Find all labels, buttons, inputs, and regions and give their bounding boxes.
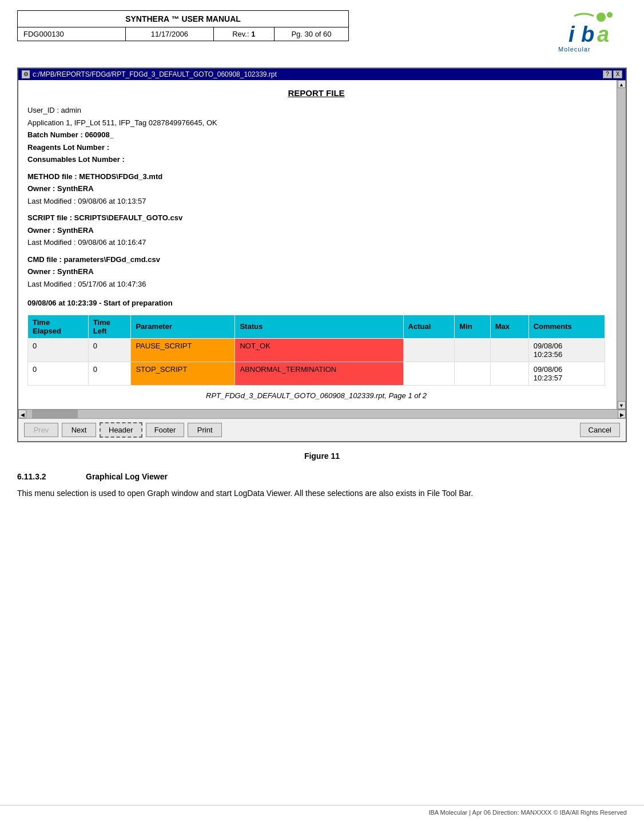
h-scroll-thumb[interactable] (32, 410, 78, 418)
table-row: 0 0 PAUSE_SCRIPT NOT_OK 09/08/0610:23:56 (28, 338, 605, 362)
footer-button[interactable]: Footer (146, 423, 185, 437)
user-section: User_ID : admin Application 1, IFP_Lot 5… (27, 105, 605, 165)
report-title-bar: ⚙ c:/MPB/REPORTS/FDGd/RPT_FDGd_3_DEFAULT… (18, 69, 626, 80)
scroll-up-arrow[interactable]: ▲ (618, 80, 626, 88)
section-title: Graphical Log Viewer (86, 472, 168, 481)
script-file-line: SCRIPT file : SCRIPTS\DEFAULT_GOTO.csv (27, 212, 605, 224)
page-header: SYNTHERA ™ USER MANUAL FDG000130 11/17/2… (0, 0, 644, 62)
page-content: ⚙ c:/MPB/REPORTS/FDGd/RPT_FDGd_3_DEFAULT… (0, 62, 644, 515)
prev-button[interactable]: Prev (24, 423, 58, 437)
cell-min-2 (455, 362, 490, 385)
logo-area: i b a Molecular (547, 10, 627, 56)
cell-actual-1 (403, 338, 455, 362)
header-table: SYNTHERA ™ USER MANUAL FDG000130 11/17/2… (17, 10, 349, 41)
script-section: SCRIPT file : SCRIPTS\DEFAULT_GOTO.csv O… (27, 212, 605, 248)
next-button[interactable]: Next (62, 423, 96, 437)
cell-elapsed-1: 0 (28, 338, 89, 362)
method-section: METHOD file : METHODS\FDGd_3.mtd Owner :… (27, 171, 605, 207)
cell-min-1 (455, 338, 490, 362)
help-button[interactable]: ? (603, 70, 612, 78)
title-bar-left: ⚙ c:/MPB/REPORTS/FDGd/RPT_FDGd_3_DEFAULT… (22, 70, 277, 78)
start-prep-line: 09/08/06 at 10:23:39 - Start of preparat… (27, 298, 605, 309)
cell-left-2: 0 (88, 362, 131, 385)
cell-status-2: ABNORMAL_TERMINATION (235, 362, 403, 385)
report-window: ⚙ c:/MPB/REPORTS/FDGd/RPT_FDGd_3_DEFAULT… (17, 68, 627, 442)
cell-comments-2: 09/08/0610:23:57 (528, 362, 605, 385)
cell-elapsed-2: 0 (28, 362, 89, 385)
header-rev: Rev.: 1 (213, 27, 274, 41)
user-id-line: User_ID : admin (27, 105, 605, 116)
section-number: 6.11.3.2 (17, 472, 63, 481)
col-max: Max (490, 315, 528, 338)
report-page-note: RPT_FDGd_3_DEFAULT_GOTO_060908_102339.rp… (27, 391, 605, 400)
cell-max-2 (490, 362, 528, 385)
vertical-scrollbar[interactable]: ▲ ▼ (617, 80, 626, 409)
col-comments: Comments (528, 315, 605, 338)
cell-comments-1: 09/08/0610:23:56 (528, 338, 605, 362)
cell-max-1 (490, 338, 528, 362)
col-time-elapsed: TimeElapsed (28, 315, 89, 338)
title-bar-buttons[interactable]: ? X (603, 70, 622, 78)
scroll-right-arrow[interactable]: ▶ (618, 410, 626, 418)
cell-status-1: NOT_OK (235, 338, 403, 362)
scroll-down-arrow[interactable]: ▼ (618, 401, 626, 409)
method-modified-line: Last Modified : 09/08/06 at 10:13:57 (27, 196, 605, 207)
manual-title: SYNTHERA ™ USER MANUAL (18, 11, 349, 27)
section-heading-container: 6.11.3.2 Graphical Log Viewer (17, 472, 627, 481)
col-time-left: TimeLeft (88, 315, 131, 338)
method-owner-line: Owner : SynthERA (27, 183, 605, 195)
figure-caption: Figure 11 (17, 451, 627, 461)
header-button[interactable]: Header (100, 422, 142, 438)
reagents-lot-line: Reagents Lot Number : (27, 142, 605, 153)
window-title: c:/MPB/REPORTS/FDGd/RPT_FDGd_3_DEFAULT_G… (33, 70, 277, 78)
report-file-heading: REPORT FILE (27, 88, 605, 98)
script-owner-line: Owner : SynthERA (27, 225, 605, 236)
svg-text:i: i (569, 22, 575, 46)
cell-actual-2 (403, 362, 455, 385)
script-modified-line: Last Modified : 09/08/06 at 10:16:47 (27, 237, 605, 248)
table-row: 0 0 STOP_SCRIPT ABNORMAL_TERMINATION 09/… (28, 362, 605, 385)
section-body: This menu selection is used to open Grap… (17, 487, 627, 499)
svg-text:a: a (597, 22, 609, 46)
cell-parameter-1: PAUSE_SCRIPT (131, 338, 235, 362)
cmd-section: CMD file : parameters\FDGd_cmd.csv Owner… (27, 254, 605, 290)
cmd-modified-line: Last Modified : 05/17/06 at 10:47:36 (27, 279, 605, 290)
svg-point-0 (597, 13, 606, 22)
nav-bar: Prev Next Header Footer Print Cancel (18, 418, 626, 441)
header-page: Pg. 30 of 60 (275, 27, 349, 41)
iba-logo: i b a Molecular (552, 10, 621, 56)
doc-id: FDG000130 (18, 27, 126, 41)
report-data-table: TimeElapsed TimeLeft Parameter Status Ac… (27, 315, 605, 386)
footer-text: IBA Molecular | Apr 06 Direction: MANXXX… (428, 809, 627, 816)
col-status: Status (235, 315, 403, 338)
scroll-left-arrow[interactable]: ◀ (18, 410, 26, 418)
start-preparation: 09/08/06 at 10:23:39 - Start of preparat… (27, 298, 605, 309)
close-button[interactable]: X (613, 70, 622, 78)
col-actual: Actual (403, 315, 455, 338)
method-file-line: METHOD file : METHODS\FDGd_3.mtd (27, 171, 605, 183)
application-line: Application 1, IFP_Lot 511, IFP_Tag 0287… (27, 117, 605, 129)
print-button[interactable]: Print (188, 423, 222, 437)
horizontal-scrollbar[interactable]: ◀ ▶ (18, 409, 626, 418)
cell-left-1: 0 (88, 338, 131, 362)
svg-point-1 (607, 12, 613, 18)
cell-parameter-2: STOP_SCRIPT (131, 362, 235, 385)
cmd-owner-line: Owner : SynthERA (27, 266, 605, 277)
consumables-lot-line: Consumables Lot Number : (27, 154, 605, 165)
page-footer: IBA Molecular | Apr 06 Direction: MANXXX… (0, 805, 644, 819)
header-date: 11/17/2006 (126, 27, 214, 41)
svg-text:b: b (581, 22, 594, 46)
col-parameter: Parameter (131, 315, 235, 338)
col-min: Min (455, 315, 490, 338)
cancel-button[interactable]: Cancel (580, 423, 620, 437)
window-icon: ⚙ (22, 70, 30, 78)
report-body: REPORT FILE User_ID : admin Application … (18, 80, 617, 409)
svg-text:Molecular: Molecular (558, 46, 591, 53)
report-scroll-container: REPORT FILE User_ID : admin Application … (18, 80, 626, 409)
cmd-file-line: CMD file : parameters\FDGd_cmd.csv (27, 254, 605, 265)
batch-number-line: Batch Number : 060908_ (27, 129, 605, 141)
